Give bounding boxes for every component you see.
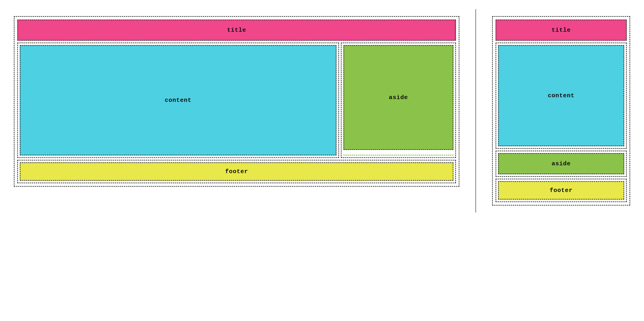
left-title-row: title [17,19,456,41]
left-layout: title content aside [4,9,468,194]
left-aside-label: aside [389,94,408,101]
left-content-label: content [165,97,192,104]
left-title-box: title [17,19,456,41]
right-footer-box: footer [498,181,624,200]
left-footer-wrapper: footer [17,160,456,183]
right-content-wrapper: content [496,42,627,149]
right-title-box: title [496,19,627,41]
left-aside-dashed-bottom [344,151,454,155]
right-aside-label: aside [552,160,570,167]
right-footer-label: footer [550,187,573,194]
left-outer-container: title content aside [14,16,460,187]
right-content-label: content [548,92,574,99]
right-title-label: title [552,27,570,33]
left-footer-box: footer [20,162,454,181]
page-wrapper: title content aside [4,9,640,213]
vertical-divider [476,9,476,213]
right-layout: title content aside footer [483,9,640,213]
left-aside-wrapper: aside [341,42,456,158]
right-footer-wrapper: footer [496,179,627,202]
left-middle-row: content aside [17,42,456,158]
left-content-box: content [20,45,336,155]
left-aside-box: aside [344,45,454,150]
right-aside-box: aside [498,153,624,174]
left-title-label: title [227,27,246,33]
right-aside-wrapper: aside [496,151,627,177]
right-content-box: content [498,45,624,146]
left-footer-label: footer [225,168,248,175]
right-outer-container: title content aside footer [492,16,630,206]
left-aside-outer: aside [341,42,456,158]
left-content-wrapper: content [17,42,339,158]
